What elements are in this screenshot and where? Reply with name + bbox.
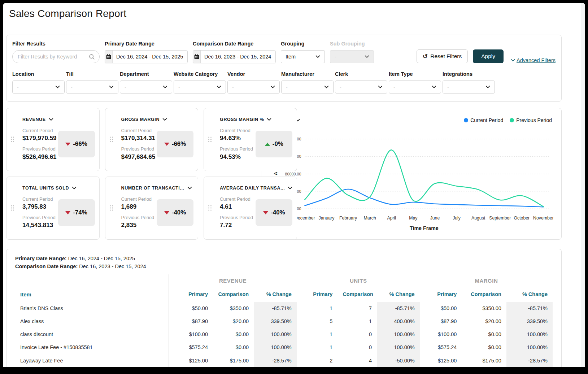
kpi-title[interactable]: REVENUE — [22, 117, 95, 122]
filter-value-clerk: - — [340, 84, 341, 90]
x-tick-label: December — [295, 216, 315, 221]
legend-item-previous-period[interactable]: Previous Period — [510, 117, 552, 123]
filter-select-till[interactable]: - — [66, 81, 118, 94]
filter-select-integrations[interactable]: - — [443, 81, 495, 94]
kpi-title[interactable]: AVERAGE DAILY TRANSA... — [220, 186, 292, 191]
drag-handle-icon[interactable] — [208, 205, 212, 211]
column-header-units-comparison[interactable]: Comparison — [337, 288, 377, 302]
drag-dot — [208, 205, 209, 206]
column-header-margin--change[interactable]: % Change — [506, 288, 553, 302]
group-header-revenue: REVENUE — [169, 274, 297, 288]
vertical-scrollbar[interactable] — [581, 3, 585, 367]
table-body: Brian's DNS Class$50.00$350.00-85.71%17-… — [15, 302, 553, 367]
chevron-down-icon — [217, 86, 221, 88]
table-row: Invoice Late Fee - #150835581$575.24$0.0… — [15, 341, 553, 354]
drag-handle-icon[interactable] — [208, 137, 212, 142]
trend-down-icon — [65, 143, 70, 146]
kpi-current-value: 94.63% — [220, 135, 254, 142]
column-header-item[interactable]: Item — [15, 288, 169, 302]
x-tick-label: March — [364, 216, 376, 221]
revenue-primary-cell: $575.24 — [169, 341, 213, 354]
filter-field-location: Location- — [12, 71, 65, 94]
kpi-title-text: GROSS MARGIN % — [220, 117, 264, 122]
filter-select-department[interactable]: - — [120, 81, 172, 94]
column-header-row: ItemPrimaryComparison% ChangePrimaryComp… — [15, 288, 553, 302]
revenue-primary-cell: $50.00 — [169, 302, 213, 315]
filter-select-manufacturer[interactable]: - — [281, 81, 334, 94]
drag-handle-icon[interactable] — [11, 205, 14, 211]
item-cell: Brian's DNS Class — [15, 302, 169, 315]
filter-select-location[interactable]: - — [12, 81, 65, 94]
filter-value-item-type: - — [393, 84, 395, 90]
filter-select-item-type[interactable]: - — [389, 81, 441, 94]
drag-dot — [210, 137, 212, 138]
drag-dot — [110, 210, 111, 211]
x-tick-label: February — [339, 216, 357, 221]
legend-item-current-period[interactable]: Current Period — [464, 117, 503, 123]
filter-select-vendor[interactable]: - — [227, 81, 280, 94]
primary-date-label: Primary Date Range — [105, 41, 188, 47]
drag-handle-icon[interactable] — [110, 137, 113, 142]
keyword-input[interactable] — [18, 54, 89, 60]
chevron-down-icon — [270, 86, 275, 88]
kpi-title[interactable]: GROSS MARGIN % — [220, 117, 292, 122]
filter-label-integrations: Integrations — [443, 71, 495, 77]
chevron-down-icon — [511, 59, 515, 62]
x-tick-label: June — [430, 216, 440, 221]
trend-up-icon — [265, 143, 270, 146]
calendar-icon[interactable] — [193, 51, 201, 63]
chevron-down-icon — [432, 86, 436, 88]
revenue-pct-change-cell: -85.71% — [254, 302, 297, 315]
item-cell: Layaway Late Fee — [15, 354, 169, 367]
kpi-current-value: $179,970.59 — [22, 135, 57, 142]
column-header-margin-primary[interactable]: Primary — [420, 288, 462, 302]
units-primary-cell: 1 — [297, 341, 337, 354]
chevron-down-icon — [72, 187, 77, 190]
trend-down-icon — [65, 211, 70, 214]
dashboard-row: REVENUECurrent Period$179,970.59Previous… — [6, 108, 562, 240]
drag-dot — [112, 139, 113, 140]
filter-select-clerk[interactable]: - — [335, 81, 387, 94]
column-header-margin-comparison[interactable]: Comparison — [462, 288, 506, 302]
kpi-change-value: -66% — [172, 140, 186, 148]
kpi-title[interactable]: NUMBER OF TRANSACTI... — [121, 186, 194, 191]
x-tick-label: September — [489, 216, 511, 221]
column-header-revenue--change[interactable]: % Change — [254, 288, 297, 302]
chart-legend: Current PeriodPrevious Period — [464, 117, 552, 123]
calendar-icon[interactable] — [105, 51, 113, 63]
primary-date-input[interactable] — [113, 51, 187, 63]
column-header-revenue-comparison[interactable]: Comparison — [213, 288, 254, 302]
chevron-down-icon — [163, 86, 167, 88]
grouping-select[interactable]: Item — [281, 50, 325, 63]
comparison-date-box — [193, 50, 276, 63]
margin-primary-cell: $50.00 — [420, 302, 462, 315]
margin-comparison-cell: $20.00 — [462, 315, 506, 328]
drag-handle-icon[interactable] — [110, 205, 113, 211]
units-comparison-cell: 4 — [337, 354, 377, 367]
filter-label-location: Location — [12, 71, 65, 77]
column-header-units-primary[interactable]: Primary — [297, 288, 337, 302]
group-header-row: REVENUEUNITSMARGIN — [15, 274, 553, 288]
chevron-down-icon — [162, 118, 167, 121]
chevron-down-icon — [187, 187, 192, 190]
drag-handle-icon[interactable] — [11, 137, 14, 142]
kpi-title[interactable]: GROSS MARGIN — [121, 117, 194, 122]
drag-dot — [11, 208, 12, 209]
kpi-card-revenue: REVENUECurrent Period$179,970.59Previous… — [6, 108, 100, 171]
content: Filter Results Primary Date Range — [6, 35, 562, 367]
primary-range-label: Primary Date Range: — [15, 256, 67, 261]
revenue-pct-change-cell: 100.00% — [254, 341, 297, 354]
reset-filters-button[interactable]: ↺ Reset Filters — [417, 49, 468, 63]
kpi-values: Current Period94.63%Previous Period94.53… — [220, 128, 254, 161]
kpi-values: Current Period3,795.83Previous Period14,… — [22, 196, 57, 229]
column-header-units--change[interactable]: % Change — [377, 288, 420, 302]
drag-dot — [210, 141, 212, 142]
filter-select-website-category[interactable]: - — [174, 81, 226, 94]
sub-grouping-label: Sub Grouping — [330, 41, 374, 47]
advanced-filters-link[interactable]: Advanced Filters — [511, 57, 556, 63]
comparison-date-input[interactable] — [201, 51, 275, 63]
column-header-revenue-primary[interactable]: Primary — [169, 288, 213, 302]
group-header-spacer — [15, 274, 169, 288]
kpi-title[interactable]: TOTAL UNITS SOLD — [22, 186, 95, 191]
apply-button[interactable]: Apply — [473, 49, 504, 63]
